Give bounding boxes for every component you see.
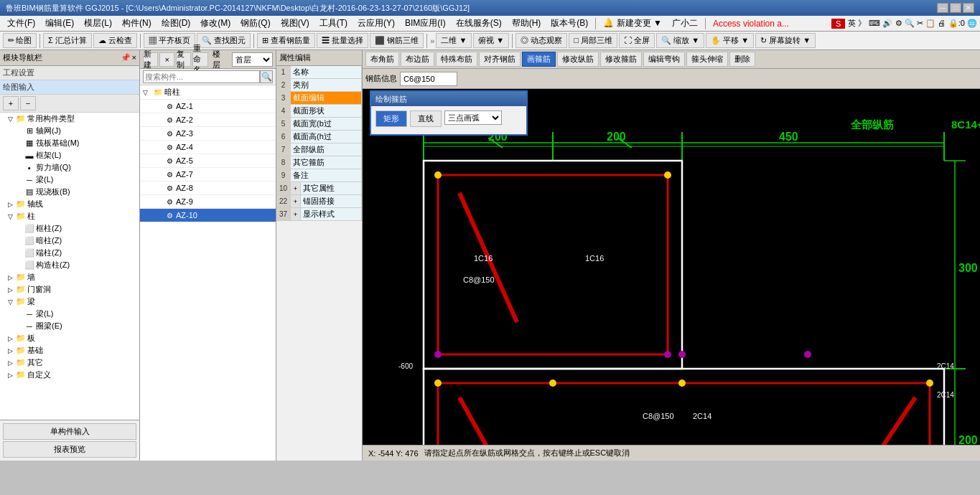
toolbar-view-rebar[interactable]: ⊞ 查看钢筋量: [257, 33, 315, 48]
comp-az2[interactable]: ⚙ AZ-2: [140, 113, 276, 127]
tree-axis-line[interactable]: ▷ 📁 轴线: [0, 198, 139, 210]
section-draw-input[interactable]: 绘图输入: [0, 80, 139, 95]
prop-key-other-stirrup[interactable]: 其它箍筋: [291, 156, 362, 169]
section-project-setup[interactable]: 工程设置: [0, 66, 139, 80]
comp-az1[interactable]: ⚙ AZ-1: [140, 100, 276, 113]
toolbar-draw[interactable]: ✏ 绘图: [3, 33, 37, 48]
prop-key-name[interactable]: 名称: [291, 66, 362, 78]
prop-key-section-height[interactable]: 截面高(h过: [291, 131, 362, 143]
tab-head-extend[interactable]: 箍头伸缩: [686, 52, 728, 67]
prop-expand-37[interactable]: +: [291, 208, 301, 220]
toolbar-fullscreen[interactable]: ⛶ 全屏: [619, 33, 655, 48]
toolbar-2d-view[interactable]: 二维 ▼: [436, 33, 472, 48]
comp-az4[interactable]: ⚙ AZ-4: [140, 141, 276, 154]
toggle-custom[interactable]: ▷: [6, 371, 14, 380]
tree-dark-col[interactable]: ⬜ 暗柱(Z): [0, 235, 139, 247]
close-button[interactable]: ✕: [963, 3, 974, 13]
tab-edge-rebar[interactable]: 布边筋: [401, 52, 434, 67]
toolbar-top-view[interactable]: 俯视 ▼: [473, 33, 509, 48]
tree-other[interactable]: ▷ 📁 其它: [0, 357, 139, 369]
menu-new-change[interactable]: 🔔 新建变更 ▼: [599, 16, 666, 31]
toggle-foundation[interactable]: ▷: [6, 346, 14, 355]
toolbar-sum[interactable]: Σ 汇总计算: [43, 33, 92, 48]
menu-component[interactable]: 构件(N): [118, 16, 156, 31]
toolbar-pan[interactable]: ✋ 平移 ▼: [706, 33, 754, 48]
search-button[interactable]: 🔍: [260, 70, 273, 83]
tree-axis-net[interactable]: ⊞ 轴网(J): [0, 125, 139, 137]
toolbar-local-3d[interactable]: □ 局部三维: [569, 33, 617, 48]
toggle-slab-type[interactable]: ▷: [6, 334, 14, 343]
tree-struct-col[interactable]: ⬜ 构造柱(Z): [0, 259, 139, 271]
toolbar-rotate[interactable]: ↻ 屏幕旋转 ▼: [755, 33, 816, 48]
tab-edit-hook[interactable]: 编辑弯钩: [643, 52, 685, 67]
toolbar-zoom[interactable]: 🔍 缩放 ▼: [656, 33, 704, 48]
tree-end-col[interactable]: ⬜ 端柱(Z): [0, 247, 139, 259]
tab-align-rebar[interactable]: 对齐钢筋: [479, 52, 521, 67]
tree-custom[interactable]: ▷ 📁 自定义: [0, 369, 139, 381]
toggle-other[interactable]: ▷: [6, 359, 14, 367]
comp-az10[interactable]: ⚙ AZ-10: [140, 209, 276, 222]
tab-draw-stirrup[interactable]: 画箍筋: [522, 52, 556, 67]
canvas-drawing[interactable]: 绘制箍筋 矩形 直线 三点画弧 Poi... 开始: [363, 89, 980, 461]
prop-key-other-props[interactable]: 其它属性: [301, 182, 362, 194]
tree-beam[interactable]: ▽ 📁 梁: [0, 296, 139, 308]
draw-arc-select[interactable]: 三点画弧: [444, 110, 502, 125]
prop-key-section-edit[interactable]: 截面编辑: [291, 92, 362, 104]
toolbar-dynamic-view[interactable]: ◎ 动态观察: [515, 33, 567, 48]
comp-az5[interactable]: ⚙ AZ-5: [140, 154, 276, 168]
main-canvas-svg[interactable]: 200 200 450 300 200: [363, 89, 980, 461]
tree-ring-beam[interactable]: ─ 圈梁(E): [0, 320, 139, 332]
minimize-button[interactable]: —: [937, 3, 948, 13]
tree-slab-type[interactable]: ▷ 📁 板: [0, 332, 139, 344]
tree-slab[interactable]: ▤ 现浇板(B): [0, 186, 139, 198]
menu-tools[interactable]: 工具(T): [315, 16, 352, 31]
comp-copy-btn[interactable]: 复制: [176, 52, 191, 67]
tree-beam-type[interactable]: ─ 梁(L): [0, 308, 139, 320]
toggle-door-window[interactable]: ▷: [6, 286, 14, 294]
toggle-beam[interactable]: ▽: [6, 298, 14, 306]
comp-rename-btn[interactable]: 重命名: [192, 52, 207, 67]
menu-assistant[interactable]: 广小二: [668, 16, 702, 31]
tab-modify-stirrup[interactable]: 修改箍筋: [600, 52, 642, 67]
menu-error[interactable]: Access violation a...: [709, 17, 793, 30]
tab-special-rebar[interactable]: 特殊布筋: [436, 52, 477, 67]
menu-edit[interactable]: 编辑(E): [41, 16, 78, 31]
menu-online[interactable]: 在线服务(S): [452, 16, 506, 31]
menu-version[interactable]: 版本号(B): [546, 16, 592, 31]
comp-az9[interactable]: ⚙ AZ-9: [140, 195, 276, 209]
tree-frame-col[interactable]: ⬜ 框柱(Z): [0, 222, 139, 235]
floor-select[interactable]: 首层 二层: [232, 52, 273, 67]
toolbar-flat-page[interactable]: ▦ 平齐板页: [144, 33, 195, 48]
menu-draw[interactable]: 绘图(D): [157, 16, 195, 31]
menu-rebar[interactable]: 钢筋(Q): [236, 16, 274, 31]
comp-folder-anchu[interactable]: ▽ 📁 暗柱: [140, 85, 276, 100]
toggle-wall[interactable]: ▷: [6, 273, 14, 282]
menu-file[interactable]: 文件(F): [3, 16, 39, 31]
search-input[interactable]: [143, 70, 260, 83]
toggle-axis-line[interactable]: ▷: [6, 200, 14, 209]
tree-icon-add[interactable]: +: [3, 96, 19, 110]
maximize-button[interactable]: □: [950, 3, 961, 13]
nav-pin-btn[interactable]: 📌: [121, 53, 131, 62]
tree-beam-l[interactable]: ─ 梁(L): [0, 174, 139, 186]
menu-bim[interactable]: BIM应用(I): [401, 16, 450, 31]
comp-az8[interactable]: ⚙ AZ-8: [140, 182, 276, 195]
comp-az7[interactable]: ⚙ AZ-7: [140, 168, 276, 182]
prop-key-note[interactable]: 备注: [291, 169, 362, 182]
menu-layer[interactable]: 模层(L): [80, 16, 116, 31]
tree-raft[interactable]: ▦ 筏板基础(M): [0, 137, 139, 149]
menu-help[interactable]: 帮助(H): [508, 16, 546, 31]
tree-door-window[interactable]: ▷ 📁 门窗洞: [0, 283, 139, 296]
tree-common-types[interactable]: ▽ 📁 常用构件类型: [0, 113, 139, 125]
prop-key-section-shape[interactable]: 截面形状: [291, 105, 362, 117]
tree-icon-remove[interactable]: −: [20, 96, 36, 110]
prop-key-anchor[interactable]: 锚固搭接: [301, 195, 362, 207]
prop-key-section-width[interactable]: 截面宽(b过: [291, 118, 362, 130]
menu-cloud[interactable]: 云应用(Y): [353, 16, 399, 31]
tree-wall[interactable]: ▷ 📁 墙: [0, 271, 139, 283]
tree-frame[interactable]: ▬ 框架(L): [0, 149, 139, 161]
draw-line-btn[interactable]: 直线: [410, 110, 442, 127]
toolbar-cloud-check[interactable]: ☁ 云检查: [93, 33, 137, 48]
prop-expand-22[interactable]: +: [291, 195, 301, 207]
toolbar-rebar-3d[interactable]: ⬛ 钢筋三维: [370, 33, 424, 48]
